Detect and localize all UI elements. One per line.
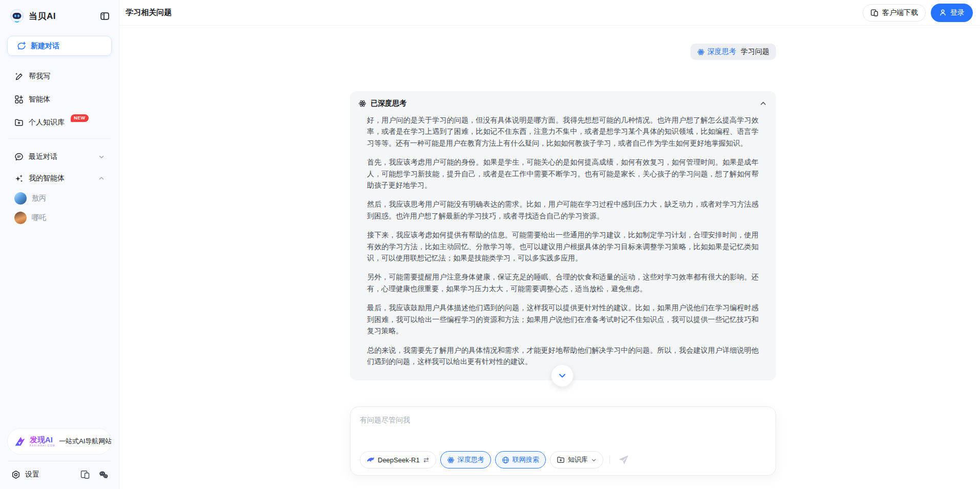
web-search-toggle[interactable]: 联网搜索	[495, 451, 546, 468]
chat-area: 深度思考 学习问题	[119, 26, 980, 489]
thinking-paragraph: 总的来说，我需要先了解用户的具体情况和需求，才能更好地帮助他们解决学习中的问题。…	[367, 344, 759, 368]
deep-think-label: 深度思考	[458, 455, 484, 464]
gear-icon	[11, 470, 21, 479]
app: 当贝AI 新建对话	[0, 0, 980, 489]
atom-icon	[447, 456, 455, 464]
topbar-actions: 客户端下载 登录	[863, 4, 973, 22]
thinking-paragraph: 然后，我应该思考用户可能没有明确表达的需求。比如，用户可能在学习过程中感到压力大…	[367, 198, 759, 221]
logo-row: 当贝AI	[7, 7, 112, 24]
thinking-paragraph: 最后，我应该鼓励用户具体描述他们遇到的问题，这样我可以提供更针对性的建议。比如，…	[367, 302, 759, 336]
thinking-paragraph: 首先，我应该考虑用户可能的身份。如果是学生，可能关心的是如何提高成绩，如何有效复…	[367, 156, 759, 191]
agent-item-aobing[interactable]: 敖丙	[7, 189, 112, 208]
faxian-ai-promo-card[interactable]: 发现AI FAXIANAI.COM 一站式AI导航网站	[7, 428, 112, 455]
model-name: DeepSeek-R1	[378, 456, 420, 464]
user-icon	[939, 9, 947, 16]
new-chat-button[interactable]: 新建对话	[7, 36, 112, 56]
login-label: 登录	[950, 8, 965, 17]
sidebar-item-help-me-write[interactable]: 帮我写	[7, 67, 112, 86]
new-chat-label: 新建对话	[31, 42, 59, 51]
collapse-sidebar-icon[interactable]	[98, 10, 111, 22]
scroll-to-bottom-button[interactable]	[551, 364, 574, 387]
deep-think-tag: 深度思考	[697, 47, 736, 56]
sidebar-section-my-agents[interactable]: 我的智能体	[7, 169, 112, 188]
web-search-label: 联网搜索	[513, 455, 539, 464]
wechat-icon[interactable]	[98, 470, 109, 480]
agents-grid-icon	[14, 95, 24, 104]
brand-domain: FAXIANAI.COM	[30, 444, 55, 447]
settings-row: 设置	[7, 470, 112, 483]
agent-name: 哪吒	[32, 213, 46, 222]
sidebar: 当贝AI 新建对话	[0, 0, 119, 489]
chevron-down-icon	[591, 457, 597, 463]
sidebar-bottom-icons	[80, 470, 109, 480]
client-download-button[interactable]: 客户端下载	[863, 4, 926, 22]
chevron-up-icon	[98, 175, 105, 181]
chat-bubble-icon	[14, 152, 24, 161]
app-title: 当贝AI	[29, 10, 56, 22]
agent-name: 敖丙	[32, 194, 46, 203]
chevron-down-icon	[98, 154, 105, 160]
folder-plus-icon	[14, 118, 24, 127]
login-button[interactable]: 登录	[931, 4, 973, 22]
sparkles-icon	[14, 174, 24, 183]
sidebar-divider	[8, 138, 111, 139]
model-selector-pill[interactable]: DeepSeek-R1	[360, 451, 436, 468]
deepseek-whale-icon	[366, 456, 375, 464]
knowledge-base-selector[interactable]: 知识库	[550, 451, 603, 468]
atom-icon	[358, 99, 366, 108]
composer-toolbar: DeepSeek-R1	[360, 451, 768, 468]
sidebar-item-agents[interactable]: 智能体	[7, 90, 112, 109]
composer-divider	[609, 456, 610, 464]
user-message-bubble: 深度思考 学习问题	[690, 44, 776, 60]
knowledge-base-label: 知识库	[568, 455, 588, 464]
devices-icon[interactable]	[80, 470, 90, 480]
sidebar-item-label: 智能体	[29, 95, 50, 104]
new-badge: NEW	[71, 114, 89, 122]
sidebar-item-label: 帮我写	[29, 72, 50, 81]
client-download-label: 客户端下载	[882, 8, 918, 17]
globe-icon	[502, 456, 509, 464]
user-message-text: 学习问题	[741, 47, 769, 56]
promo-tagline: 一站式AI导航网站	[59, 437, 112, 446]
sidebar-divider	[8, 461, 111, 461]
atom-icon	[697, 48, 705, 56]
thinking-panel: 已深度思考 好，用户问的是关于学习的问题，但没有具体说明是哪方面。我得先想想可能…	[350, 91, 776, 380]
thinking-paragraph: 好，用户问的是关于学习的问题，但没有具体说明是哪方面。我得先想想可能的几种情况。…	[367, 114, 759, 149]
thinking-header-label: 已深度思考	[371, 99, 406, 108]
swap-model-icon	[423, 457, 430, 463]
chevron-up-icon[interactable]	[760, 100, 767, 107]
brand-name: 发现AI	[30, 436, 55, 443]
sidebar-item-label: 个人知识库	[29, 118, 65, 127]
sidebar-section-recent-chats[interactable]: 最近对话	[7, 147, 112, 167]
section-label: 最近对话	[29, 152, 57, 161]
thinking-paragraph: 接下来，我应该考虑如何提供有帮助的信息。可能需要给出一些通用的学习建议，比如制定…	[367, 229, 759, 263]
sidebar-bottom: 发现AI FAXIANAI.COM 一站式AI导航网站 设置	[7, 428, 112, 483]
deep-think-toggle[interactable]: 深度思考	[440, 451, 491, 468]
thinking-panel-header[interactable]: 已深度思考	[357, 99, 768, 108]
faxian-ai-logo-icon	[14, 435, 26, 447]
user-message-row: 深度思考 学习问题	[350, 44, 776, 60]
pencil-icon	[14, 72, 24, 81]
new-chat-icon	[17, 42, 26, 51]
agent-avatar	[14, 192, 27, 205]
composer[interactable]: 有问题尽管问我 DeepSeek-R1	[350, 406, 776, 476]
agent-avatar	[14, 212, 27, 224]
composer-input-placeholder[interactable]: 有问题尽管问我	[360, 416, 768, 425]
sidebar-menu: 帮我写 智能体	[7, 63, 112, 132]
chat-column: 深度思考 学习问题	[350, 26, 776, 380]
topbar: 学习相关问题 客户端下载	[119, 0, 980, 26]
folder-plus-icon	[557, 456, 565, 464]
main-area: 学习相关问题 客户端下载	[119, 0, 980, 489]
thinking-content: 好，用户问的是关于学习的问题，但没有具体说明是哪方面。我得先想想可能的几种情况。…	[357, 108, 768, 367]
send-button[interactable]	[617, 453, 630, 466]
thinking-paragraph: 另外，可能需要提醒用户注意身体健康，保证充足的睡眠、合理的饮食和适量的运动，这些…	[367, 271, 759, 294]
agent-item-nezha[interactable]: 哪吒	[7, 209, 112, 227]
section-label: 我的智能体	[29, 174, 65, 183]
dangbei-robot-logo-icon	[9, 8, 25, 24]
deep-think-tag-label: 深度思考	[707, 47, 736, 56]
settings-label: 设置	[25, 470, 39, 479]
brand-stack: 发现AI FAXIANAI.COM	[30, 436, 55, 447]
client-devices-icon	[870, 9, 879, 17]
sidebar-item-knowledge-base[interactable]: 个人知识库 NEW	[7, 113, 112, 132]
settings-button[interactable]: 设置	[11, 470, 39, 479]
